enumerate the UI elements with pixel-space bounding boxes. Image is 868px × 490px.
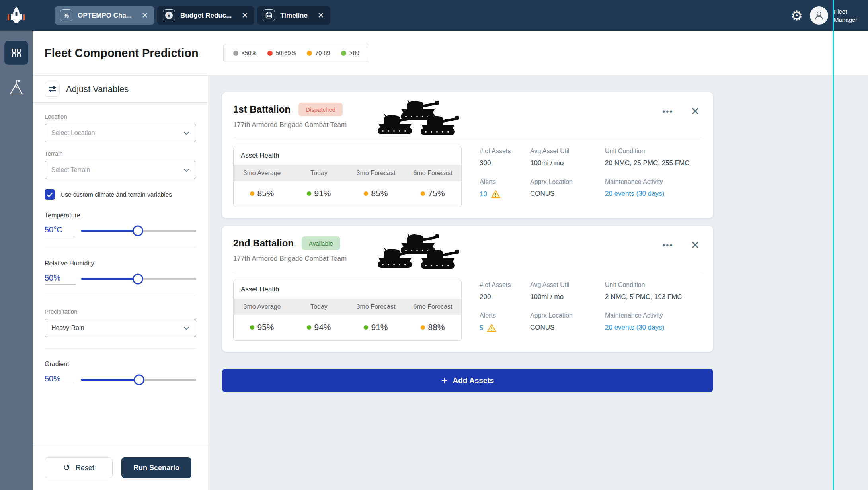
alerts-count-link[interactable]: 5 (480, 324, 483, 332)
tab-timeline[interactable]: Timeline ✕ (257, 6, 330, 25)
card-actions: ••• ✕ (662, 103, 702, 118)
legend-item-70-89: 70-89 (307, 50, 330, 56)
precipitation-section: Precipitation Heavy Rain (45, 308, 196, 349)
checkbox-checked-icon[interactable] (45, 189, 55, 200)
panel-title: Adjust Variables (66, 84, 129, 94)
tab-label: OPTEMPO Cha... (78, 12, 132, 20)
slider-thumb[interactable] (133, 274, 143, 285)
battalion-name: 2nd Battalion (233, 238, 294, 249)
humidity-slider[interactable] (81, 278, 196, 280)
divider (45, 296, 196, 296)
maintenance-events-link[interactable]: 20 events (30 days) (605, 190, 702, 198)
stat-assets: # of Assets 200 (480, 281, 530, 301)
gradient-label: Gradient (45, 361, 196, 368)
battalion-stats: # of Assets 300 Avg Asset Util 100mi / m… (480, 146, 702, 207)
nav-dashboard-grid[interactable] (4, 41, 28, 65)
asset-health-values: 85% 91% 85% 75% (234, 181, 461, 207)
maintenance-events-link[interactable]: 20 events (30 days) (605, 324, 702, 332)
status-dot-icon (307, 325, 311, 330)
temperature-label: Temperature (45, 212, 196, 219)
temperature-slider[interactable] (81, 230, 196, 232)
user-avatar[interactable] (810, 6, 828, 25)
more-options-icon[interactable]: ••• (662, 107, 673, 116)
gradient-slider[interactable] (81, 379, 196, 381)
asset-health-title: Asset Health (234, 280, 461, 299)
humidity-label: Relative Humidity (45, 260, 196, 267)
mountain-flag-icon (9, 79, 23, 96)
percent-icon: % (60, 9, 72, 21)
location-select[interactable]: Select Location (45, 124, 196, 142)
user-role-label: Fleet Manager (834, 7, 865, 24)
legend-item-gt89: >89 (341, 50, 359, 56)
settings-gear-icon[interactable]: ⚙ (791, 9, 803, 22)
temperature-value[interactable]: 50°C (45, 225, 76, 236)
orange-dot-icon (307, 51, 312, 56)
legend-item-lt50: <50% (233, 50, 257, 56)
precipitation-select[interactable]: Heavy Rain (45, 319, 196, 337)
left-nav-rail (0, 31, 33, 490)
top-bar: % OPTEMPO Cha... ✕ $ Budget Reduc... ✕ T… (0, 0, 868, 31)
status-dot-icon (421, 191, 425, 196)
status-dot-icon (250, 325, 254, 330)
more-options-icon[interactable]: ••• (662, 241, 673, 250)
calendar-icon (263, 9, 275, 21)
app-logo[interactable] (0, 6, 33, 25)
green-dot-icon (341, 51, 346, 56)
tab-budget-reduction[interactable]: $ Budget Reduc... ✕ (157, 6, 254, 25)
main-content: 1st Battalion Dispatched 177th Armored B… (208, 76, 868, 490)
reset-button[interactable]: ↺ Reset (45, 457, 113, 478)
gray-dot-icon (233, 51, 238, 56)
health-value: 88% (404, 322, 461, 332)
health-value: 91% (291, 189, 347, 198)
card-body: Asset Health 3mo Average Today 3mo Forec… (233, 280, 702, 341)
topbar-right: ⚙ Fleet Manager (791, 6, 868, 25)
health-legend: <50% 50-69% 70-89 >89 (223, 44, 369, 62)
tab-close-icon[interactable]: ✕ (142, 11, 148, 20)
precipitation-label: Precipitation (45, 308, 196, 315)
panel-footer: ↺ Reset Run Scenario (33, 445, 208, 490)
legend-item-50-69: 50-69% (267, 50, 296, 56)
close-card-icon[interactable]: ✕ (690, 105, 700, 118)
health-value: 75% (404, 189, 461, 198)
terrain-label: Terrain (45, 150, 196, 157)
custom-climate-checkbox-row[interactable]: Use custom climate and terrain variables (45, 189, 196, 200)
tab-close-icon[interactable]: ✕ (318, 11, 324, 20)
run-scenario-button[interactable]: Run Scenario (121, 457, 191, 478)
gradient-value[interactable]: 50% (45, 374, 76, 385)
asset-health-columns: 3mo Average Today 3mo Forecast 6mo Forec… (234, 299, 461, 315)
asset-health-values: 95% 94% 91% 88% (234, 315, 461, 340)
slider-thumb[interactable] (134, 375, 144, 385)
tab-optempo-change[interactable]: % OPTEMPO Cha... ✕ (55, 6, 154, 25)
battalion-stats: # of Assets 200 Avg Asset Util 100mi / m… (480, 280, 702, 341)
asset-health-title: Asset Health (234, 146, 461, 165)
asset-health-table: Asset Health 3mo Average Today 3mo Forec… (233, 146, 462, 207)
add-assets-button[interactable]: + Add Assets (222, 369, 713, 392)
panel-body: Location Select Location Terrain Select … (33, 103, 208, 445)
tab-bar: % OPTEMPO Cha... ✕ $ Budget Reduc... ✕ T… (55, 6, 330, 25)
status-dot-icon (364, 325, 368, 330)
temperature-section: Temperature 50°C (45, 212, 196, 248)
chevron-down-icon (183, 131, 189, 135)
checkbox-label: Use custom climate and terrain variables (60, 191, 172, 198)
terrain-select[interactable]: Select Terrain (45, 161, 196, 179)
humidity-value[interactable]: 50% (45, 273, 76, 285)
undo-icon: ↺ (63, 463, 70, 472)
close-card-icon[interactable]: ✕ (690, 239, 700, 252)
stat-alerts: Alerts 10 (480, 178, 530, 199)
tab-close-icon[interactable]: ✕ (242, 11, 248, 20)
nav-missions[interactable] (4, 78, 28, 97)
divider (233, 271, 702, 271)
sliders-icon (45, 82, 60, 97)
tank-formation-image (373, 232, 463, 270)
status-dot-icon (307, 191, 311, 196)
battalion-card-2: 2nd Battalion Available 177th Armored Br… (222, 226, 713, 352)
red-dot-icon (267, 51, 273, 56)
alerts-count-link[interactable]: 10 (480, 190, 487, 198)
stat-alerts: Alerts 5 (480, 312, 530, 332)
stat-condition: Unit Condition 20 NMC, 25 PMC, 255 FMC (605, 148, 702, 167)
slider-thumb[interactable] (133, 226, 143, 236)
asset-health-columns: 3mo Average Today 3mo Forecast 6mo Forec… (234, 165, 461, 181)
gradient-section: Gradient 50% (45, 361, 196, 385)
stat-maintenance: Maintenance Activity 20 events (30 days) (605, 312, 702, 332)
plus-icon: + (441, 375, 448, 386)
